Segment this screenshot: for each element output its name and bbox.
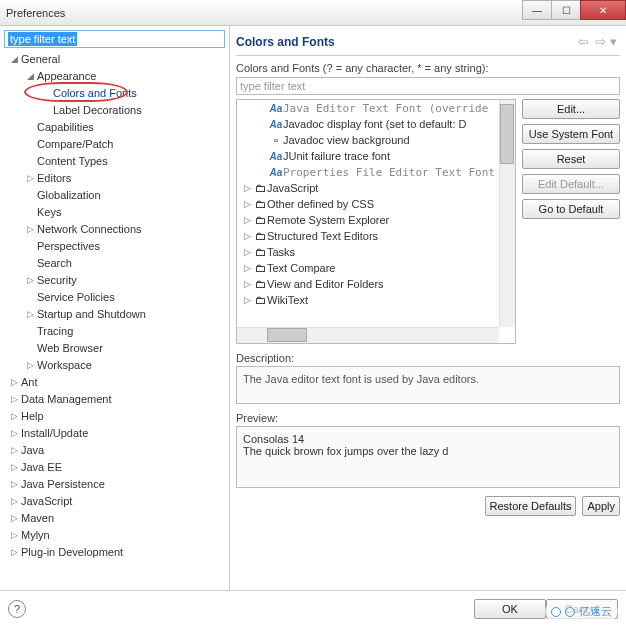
twisty-icon[interactable]: ▷ bbox=[8, 479, 20, 489]
go-to-default-button[interactable]: Go to Default bbox=[522, 199, 620, 219]
tree-item[interactable]: Search bbox=[4, 254, 225, 271]
tree-item[interactable]: ▷Help bbox=[4, 407, 225, 424]
tree-item[interactable]: ◢General bbox=[4, 50, 225, 67]
twisty-icon[interactable]: ▷ bbox=[241, 295, 253, 305]
folder-icon: 🗀 bbox=[253, 198, 267, 210]
twisty-icon[interactable]: ▷ bbox=[24, 224, 36, 234]
tree-item[interactable]: ▷Data Management bbox=[4, 390, 225, 407]
tree-item[interactable]: ▷Java Persistence bbox=[4, 475, 225, 492]
apply-button[interactable]: Apply bbox=[582, 496, 620, 516]
twisty-icon[interactable]: ▷ bbox=[8, 496, 20, 506]
back-icon[interactable]: ⇦ bbox=[575, 34, 592, 49]
font-tree-item[interactable]: ▷🗀Remote System Explorer bbox=[237, 212, 515, 228]
mid-row: AaJava Editor Text Font (overrideAaJavad… bbox=[236, 99, 620, 344]
edit-button[interactable]: Edit... bbox=[522, 99, 620, 119]
twisty-icon[interactable]: ▷ bbox=[241, 231, 253, 241]
tree-item[interactable]: Web Browser bbox=[4, 339, 225, 356]
twisty-icon[interactable]: ▷ bbox=[8, 462, 20, 472]
twisty-icon[interactable]: ◢ bbox=[24, 71, 36, 81]
tree-item[interactable]: ▷Install/Update bbox=[4, 424, 225, 441]
tree-item[interactable]: Compare/Patch bbox=[4, 135, 225, 152]
twisty-icon[interactable]: ▷ bbox=[24, 360, 36, 370]
font-tree-item[interactable]: ▷🗀Tasks bbox=[237, 244, 515, 260]
tree-item[interactable]: Perspectives bbox=[4, 237, 225, 254]
tree-item-label: Java Persistence bbox=[20, 478, 105, 490]
reset-button[interactable]: Reset bbox=[522, 149, 620, 169]
font-filter-input[interactable]: type filter text bbox=[236, 77, 620, 95]
font-tree-item[interactable]: ▷🗀Text Compare bbox=[237, 260, 515, 276]
tree-item[interactable]: Tracing bbox=[4, 322, 225, 339]
font-tree-item[interactable]: AaProperties File Editor Text Font bbox=[237, 164, 515, 180]
tree-item[interactable]: Label Decorations bbox=[4, 101, 225, 118]
twisty-icon[interactable]: ▷ bbox=[8, 445, 20, 455]
maximize-button[interactable]: ☐ bbox=[551, 0, 581, 20]
close-button[interactable]: ✕ bbox=[580, 0, 626, 20]
tree-item[interactable]: ▷Editors bbox=[4, 169, 225, 186]
tree-item[interactable]: Globalization bbox=[4, 186, 225, 203]
description-box: The Java editor text font is used by Jav… bbox=[236, 366, 620, 404]
twisty-icon[interactable]: ▷ bbox=[241, 183, 253, 193]
vertical-scrollbar[interactable] bbox=[499, 100, 515, 327]
tree-item[interactable]: ▷Ant bbox=[4, 373, 225, 390]
twisty-icon[interactable]: ▷ bbox=[8, 530, 20, 540]
tree-item[interactable]: ▷Security bbox=[4, 271, 225, 288]
font-item-label: View and Editor Folders bbox=[267, 278, 384, 290]
forward-icon[interactable]: ⇨ ▾ bbox=[592, 34, 620, 49]
use-system-font-button[interactable]: Use System Font bbox=[522, 124, 620, 144]
twisty-icon[interactable]: ▷ bbox=[8, 377, 20, 387]
filter-input[interactable]: type filter text bbox=[4, 30, 225, 48]
twisty-icon[interactable]: ▷ bbox=[241, 247, 253, 257]
tree-item[interactable]: ▷Plug-in Development bbox=[4, 543, 225, 560]
twisty-icon[interactable]: ▷ bbox=[241, 279, 253, 289]
font-tree[interactable]: AaJava Editor Text Font (overrideAaJavad… bbox=[236, 99, 516, 344]
twisty-icon[interactable]: ▷ bbox=[8, 428, 20, 438]
tree-item[interactable]: Colors and Fonts bbox=[4, 84, 225, 101]
tree-item[interactable]: ▷Network Connections bbox=[4, 220, 225, 237]
tree-item[interactable]: ▷Workspace bbox=[4, 356, 225, 373]
tree-item-label: Globalization bbox=[36, 189, 101, 201]
preferences-tree[interactable]: ◢General◢AppearanceColors and FontsLabel… bbox=[4, 48, 225, 586]
font-tree-item[interactable]: ▷🗀Structured Text Editors bbox=[237, 228, 515, 244]
tree-item-label: Search bbox=[36, 257, 72, 269]
tree-item[interactable]: Keys bbox=[4, 203, 225, 220]
tree-item[interactable]: ▷Maven bbox=[4, 509, 225, 526]
tree-item[interactable]: ◢Appearance bbox=[4, 67, 225, 84]
minimize-button[interactable]: — bbox=[522, 0, 552, 20]
tree-item[interactable]: ▷Startup and Shutdown bbox=[4, 305, 225, 322]
twisty-icon[interactable]: ▷ bbox=[8, 547, 20, 557]
tree-item[interactable]: Service Policies bbox=[4, 288, 225, 305]
tree-item[interactable]: Capabilities bbox=[4, 118, 225, 135]
font-tree-item[interactable]: AaJUnit failure trace font bbox=[237, 148, 515, 164]
tree-item[interactable]: ▷JavaScript bbox=[4, 492, 225, 509]
font-tree-item[interactable]: ▷🗀Other defined by CSS bbox=[237, 196, 515, 212]
twisty-icon[interactable]: ◢ bbox=[8, 54, 20, 64]
restore-defaults-button[interactable]: Restore Defaults bbox=[485, 496, 577, 516]
twisty-icon[interactable]: ▷ bbox=[241, 215, 253, 225]
font-tree-item[interactable]: ▷🗀View and Editor Folders bbox=[237, 276, 515, 292]
font-tree-item[interactable]: AaJavadoc display font (set to default: … bbox=[237, 116, 515, 132]
font-tree-item[interactable]: ▫Javadoc view background bbox=[237, 132, 515, 148]
tree-item-label: Editors bbox=[36, 172, 71, 184]
twisty-icon[interactable]: ▷ bbox=[8, 513, 20, 523]
font-tree-item[interactable]: ▷🗀JavaScript bbox=[237, 180, 515, 196]
tree-item[interactable]: ▷Java EE bbox=[4, 458, 225, 475]
tree-item[interactable]: ▷Java bbox=[4, 441, 225, 458]
twisty-icon[interactable]: ▷ bbox=[24, 173, 36, 183]
main-split: type filter text ◢General◢AppearanceColo… bbox=[0, 26, 626, 590]
help-icon[interactable]: ? bbox=[8, 600, 26, 618]
tree-item-label: Service Policies bbox=[36, 291, 115, 303]
ok-button[interactable]: OK bbox=[474, 599, 546, 619]
twisty-icon[interactable]: ▷ bbox=[241, 199, 253, 209]
font-tree-item[interactable]: ▷🗀WikiText bbox=[237, 292, 515, 308]
folder-icon: 🗀 bbox=[253, 214, 267, 226]
twisty-icon[interactable]: ▷ bbox=[24, 275, 36, 285]
twisty-icon[interactable]: ▷ bbox=[241, 263, 253, 273]
twisty-icon[interactable]: ▷ bbox=[8, 394, 20, 404]
twisty-icon[interactable]: ▷ bbox=[24, 309, 36, 319]
font-tree-item[interactable]: AaJava Editor Text Font (override bbox=[237, 100, 515, 116]
tree-item[interactable]: ▷Mylyn bbox=[4, 526, 225, 543]
twisty-icon[interactable]: ▷ bbox=[8, 411, 20, 421]
tree-item[interactable]: Content Types bbox=[4, 152, 225, 169]
horizontal-scrollbar[interactable] bbox=[237, 327, 499, 343]
font-icon: Aa bbox=[269, 167, 283, 178]
